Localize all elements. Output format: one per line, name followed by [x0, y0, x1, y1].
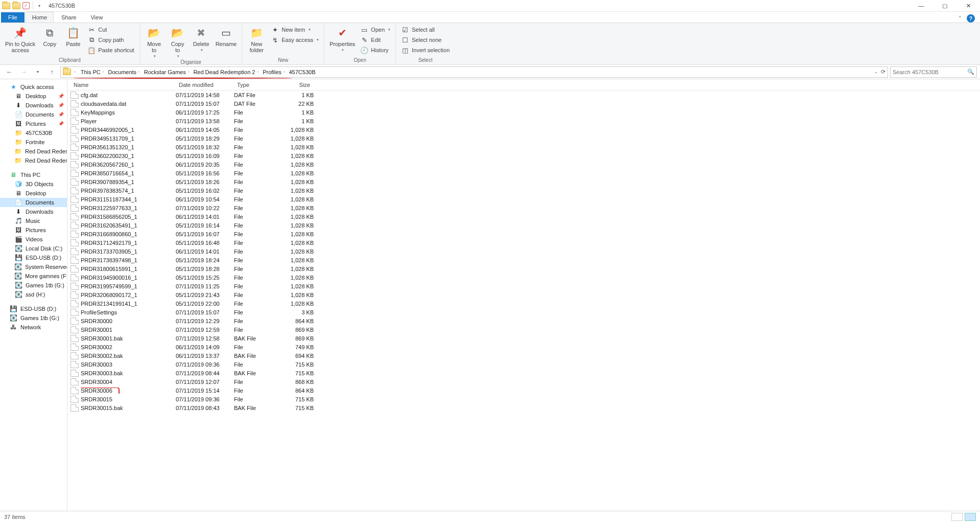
back-button[interactable]: ←	[3, 66, 15, 78]
tree-item[interactable]: 💾ESD-USB (D:)	[0, 304, 67, 313]
file-row[interactable]: SRDR3000307/11/2019 09:36File715 KB	[67, 360, 980, 369]
file-rows[interactable]: cfg.dat07/11/2019 14:58DAT File1 KBcloud…	[67, 90, 980, 412]
history-button[interactable]: 🕘History	[358, 46, 392, 55]
file-row[interactable]: PRDR3561351320_105/11/2019 18:32File1,02…	[67, 143, 980, 151]
tab-view[interactable]: View	[84, 12, 109, 22]
file-row[interactable]: cfg.dat07/11/2019 14:58DAT File1 KB	[67, 90, 980, 99]
qat-properties-icon[interactable]: ✓	[22, 2, 30, 9]
file-row[interactable]: cloudsavedata.dat07/11/2019 15:07DAT Fil…	[67, 99, 980, 108]
file-row[interactable]: PRDR3602200230_105/11/2019 16:09File1,02…	[67, 151, 980, 160]
file-row[interactable]: SRDR3000107/11/2019 12:59File869 KB	[67, 325, 980, 334]
file-row[interactable]: PRDR32134199141_105/11/2019 22:00File1,0…	[67, 299, 980, 308]
ribbon-collapse-chevron-icon[interactable]: ˄	[959, 15, 962, 22]
file-row[interactable]: PRDR3495131709_105/11/2019 18:29File1,02…	[67, 134, 980, 143]
tree-item[interactable]: 📄Documents📌	[0, 110, 67, 119]
file-row[interactable]: PRDR31800615991_105/11/2019 18:28File1,0…	[67, 264, 980, 273]
file-row[interactable]: PRDR3907889354_105/11/2019 18:26File1,02…	[67, 177, 980, 186]
chevron-right-icon[interactable]: ›	[257, 70, 259, 74]
tree-item[interactable]: 🖼Pictures	[0, 225, 67, 235]
file-row[interactable]: PRDR31151187344_106/11/2019 10:54File1,0…	[67, 195, 980, 203]
tree-this-pc[interactable]: 🖥This PC	[0, 170, 67, 179]
file-row[interactable]: SRDR3001507/11/2019 09:36File715 KB	[67, 395, 980, 403]
maximize-button[interactable]: ▢	[933, 0, 956, 12]
file-row[interactable]: SRDR3000607/11/2019 15:14File864 KB	[67, 386, 980, 395]
file-row[interactable]: PRDR31733703905_106/11/2019 14:01File1,0…	[67, 247, 980, 256]
breadcrumb-segment[interactable]: Red Dead Redemption 2›	[191, 69, 261, 75]
file-row[interactable]: PRDR3978383574_105/11/2019 16:02File1,02…	[67, 186, 980, 195]
close-button[interactable]: ✕	[956, 0, 980, 12]
breadcrumb-segment[interactable]: 457C530B	[287, 69, 317, 75]
column-name[interactable]: Name	[71, 82, 176, 88]
file-row[interactable]: SRDR30003.bak07/11/2019 08:44BAK File715…	[67, 369, 980, 377]
tree-item[interactable]: 📁Red Dead Redempti	[0, 156, 67, 165]
file-row[interactable]: KeyMappings06/11/2019 17:25File1 KB	[67, 108, 980, 117]
search-input[interactable]	[893, 69, 967, 75]
open-button[interactable]: ▭Open▾	[358, 25, 392, 34]
tree-item[interactable]: 💽ssd (H:)	[0, 290, 67, 299]
invert-selection-button[interactable]: ◫Invert selection	[399, 46, 452, 55]
tree-item[interactable]: 🖥Desktop	[0, 189, 67, 198]
chevron-right-icon[interactable]: ›	[103, 70, 104, 74]
copy-path-button[interactable]: ⧉Copy path	[85, 35, 136, 44]
navigation-tree[interactable]: ★Quick access 🖥Desktop📌⬇Downloads📌📄Docum…	[0, 79, 67, 511]
rename-button[interactable]: ▭Rename	[214, 24, 239, 58]
address-bar[interactable]: › This PC›Documents›Rockstar Games›Red D…	[60, 66, 888, 78]
paste-button[interactable]: 📋 Paste	[62, 24, 84, 56]
file-row[interactable]: PRDR32068090172_105/11/2019 21:43File1,0…	[67, 290, 980, 299]
file-row[interactable]: PRDR31945900016_105/11/2019 15:25File1,0…	[67, 273, 980, 282]
tree-item[interactable]: 💽Games 1tb (G:)	[0, 281, 67, 290]
file-row[interactable]: PRDR31712492179_105/11/2019 16:48File1,0…	[67, 238, 980, 247]
chevron-right-icon[interactable]: ›	[284, 70, 285, 74]
tab-file[interactable]: File	[1, 12, 25, 22]
new-folder-button[interactable]: 📁New folder	[245, 24, 268, 56]
refresh-icon[interactable]: ⟳	[881, 69, 885, 75]
delete-button[interactable]: ✖Delete▾	[190, 24, 213, 58]
file-row[interactable]: SRDR3000407/11/2019 12:07File868 KB	[67, 377, 980, 386]
tree-item[interactable]: 🖧Network	[0, 323, 67, 332]
breadcrumb-segment[interactable]: Documents›	[106, 69, 142, 75]
file-row[interactable]: PRDR3620567260_106/11/2019 20:35File1,02…	[67, 160, 980, 169]
breadcrumb-segment[interactable]: This PC›	[79, 69, 106, 75]
easy-access-button[interactable]: ↯Easy access▾	[269, 35, 321, 44]
file-row[interactable]: PRDR31738397498_105/11/2019 18:24File1,0…	[67, 256, 980, 264]
forward-button[interactable]: →	[17, 66, 30, 78]
move-to-button[interactable]: 📂Move to▾	[143, 24, 166, 58]
chevron-right-icon[interactable]: ›	[74, 70, 76, 74]
paste-shortcut-button[interactable]: 📋Paste shortcut	[85, 46, 136, 55]
tree-item[interactable]: 💾ESD-USB (D:)	[0, 253, 67, 262]
breadcrumb-segment[interactable]: Profiles›	[261, 69, 287, 75]
chevron-right-icon[interactable]: ›	[138, 70, 140, 74]
file-row[interactable]: Player07/11/2019 13:58File1 KB	[67, 117, 980, 125]
tree-item[interactable]: 📁457C530B	[0, 128, 67, 138]
column-date-modified[interactable]: Date modified	[176, 82, 234, 88]
cut-button[interactable]: ✂Cut	[85, 25, 136, 34]
properties-button[interactable]: ✔Properties▾	[328, 24, 357, 56]
file-row[interactable]: PRDR3446992005_106/11/2019 14:05File1,02…	[67, 125, 980, 134]
tree-item[interactable]: 🖼Pictures📌	[0, 119, 67, 128]
tab-share[interactable]: Share	[55, 12, 83, 22]
search-box[interactable]: 🔍	[890, 66, 977, 78]
file-row[interactable]: SRDR30015.bak07/11/2019 08:43BAK File715…	[67, 403, 980, 412]
tree-item[interactable]: 🖥Desktop📌	[0, 92, 67, 101]
tree-item[interactable]: ⬇Downloads📌	[0, 101, 67, 110]
minimize-button[interactable]: —	[909, 0, 933, 12]
breadcrumb-segment[interactable]: Rockstar Games›	[142, 69, 192, 75]
tree-item[interactable]: 📁Red Dead Redempti	[0, 147, 67, 156]
qat-folder-icon[interactable]	[12, 3, 20, 9]
edit-button[interactable]: ✎Edit	[358, 35, 392, 44]
file-row[interactable]: PRDR31586856205_106/11/2019 14:01File1,0…	[67, 212, 980, 221]
tree-item[interactable]: 💽Games 1tb (G:)	[0, 313, 67, 323]
tree-quick-access[interactable]: ★Quick access	[0, 82, 67, 92]
view-large-icons-button[interactable]	[965, 513, 976, 521]
file-row[interactable]: SRDR30001.bak07/11/2019 12:58BAK File869…	[67, 334, 980, 343]
file-row[interactable]: SRDR3000007/11/2019 12:29File864 KB	[67, 316, 980, 325]
file-row[interactable]: ProfileSettings07/11/2019 15:07File3 KB	[67, 308, 980, 316]
chevron-right-icon[interactable]: ›	[188, 70, 190, 74]
column-headers[interactable]: Name Date modified Type Size	[67, 79, 980, 90]
tree-item[interactable]: 📄Documents	[0, 198, 67, 207]
pin-quick-access-button[interactable]: 📌 Pin to Quick access	[3, 24, 37, 56]
column-type[interactable]: Type	[234, 82, 283, 88]
tree-item[interactable]: 💽More gamnes (F:)	[0, 271, 67, 281]
qat-customize-chevron-icon[interactable]: ▾	[36, 4, 42, 8]
file-row[interactable]: SRDR30002.bak06/11/2019 13:37BAK File694…	[67, 351, 980, 360]
